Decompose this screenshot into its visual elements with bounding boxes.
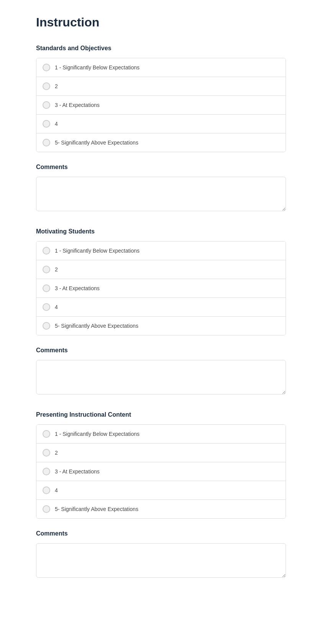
section-presenting-instructional-content: Presenting Instructional Content1 - Sign…: [36, 411, 286, 579]
radio-label-motivating-students-2: 2: [55, 266, 58, 273]
comments-textarea-presenting-instructional-content[interactable]: [36, 543, 286, 578]
radio-label-standards-objectives-1: 1 - Significantly Below Expectations: [55, 64, 140, 71]
comments-section-motivating-students: Comments: [36, 347, 286, 396]
comments-textarea-standards-objectives[interactable]: [36, 177, 286, 211]
section-motivating-students: Motivating Students1 - Significantly Bel…: [36, 228, 286, 396]
comments-section-standards-objectives: Comments: [36, 164, 286, 213]
radio-group-standards-objectives: 1 - Significantly Below Expectations23 -…: [36, 58, 286, 152]
radio-group-presenting-instructional-content: 1 - Significantly Below Expectations23 -…: [36, 424, 286, 519]
radio-option-standards-objectives-2[interactable]: 2: [36, 77, 286, 96]
radio-circle-motivating-students-5: [43, 322, 50, 330]
radio-label-standards-objectives-4: 4: [55, 121, 58, 127]
radio-group-motivating-students: 1 - Significantly Below Expectations23 -…: [36, 241, 286, 335]
section-standards-objectives: Standards and Objectives1 - Significantl…: [36, 45, 286, 213]
radio-circle-presenting-instructional-content-3: [43, 468, 50, 475]
radio-label-presenting-instructional-content-1: 1 - Significantly Below Expectations: [55, 431, 140, 437]
radio-label-motivating-students-3: 3 - At Expectations: [55, 285, 100, 291]
radio-circle-standards-objectives-1: [43, 64, 50, 71]
radio-circle-motivating-students-1: [43, 247, 50, 255]
radio-label-presenting-instructional-content-5: 5- Significantly Above Expectations: [55, 506, 138, 512]
radio-label-motivating-students-1: 1 - Significantly Below Expectations: [55, 248, 140, 254]
radio-option-presenting-instructional-content-1[interactable]: 1 - Significantly Below Expectations: [36, 425, 286, 444]
radio-option-motivating-students-5[interactable]: 5- Significantly Above Expectations: [36, 317, 286, 335]
radio-label-presenting-instructional-content-4: 4: [55, 487, 58, 493]
radio-option-presenting-instructional-content-3[interactable]: 3 - At Expectations: [36, 462, 286, 481]
radio-circle-presenting-instructional-content-4: [43, 486, 50, 494]
radio-option-motivating-students-2[interactable]: 2: [36, 260, 286, 279]
radio-option-presenting-instructional-content-4[interactable]: 4: [36, 481, 286, 500]
radio-option-presenting-instructional-content-2[interactable]: 2: [36, 444, 286, 462]
radio-circle-standards-objectives-4: [43, 120, 50, 128]
radio-label-standards-objectives-5: 5- Significantly Above Expectations: [55, 140, 138, 146]
radio-label-standards-objectives-2: 2: [55, 83, 58, 89]
comments-textarea-motivating-students[interactable]: [36, 360, 286, 394]
radio-option-motivating-students-4[interactable]: 4: [36, 298, 286, 317]
page-title: Instruction: [36, 15, 286, 30]
comments-title-standards-objectives: Comments: [36, 164, 286, 171]
comments-title-presenting-instructional-content: Comments: [36, 530, 286, 537]
radio-label-motivating-students-5: 5- Significantly Above Expectations: [55, 323, 138, 329]
radio-option-standards-objectives-1[interactable]: 1 - Significantly Below Expectations: [36, 58, 286, 77]
radio-option-standards-objectives-4[interactable]: 4: [36, 115, 286, 133]
radio-option-presenting-instructional-content-5[interactable]: 5- Significantly Above Expectations: [36, 500, 286, 518]
radio-option-motivating-students-1[interactable]: 1 - Significantly Below Expectations: [36, 242, 286, 260]
radio-circle-presenting-instructional-content-2: [43, 449, 50, 457]
radio-label-standards-objectives-3: 3 - At Expectations: [55, 102, 100, 108]
radio-label-presenting-instructional-content-2: 2: [55, 450, 58, 456]
section-title-presenting-instructional-content: Presenting Instructional Content: [36, 411, 286, 418]
radio-option-standards-objectives-5[interactable]: 5- Significantly Above Expectations: [36, 133, 286, 152]
radio-circle-presenting-instructional-content-5: [43, 505, 50, 513]
radio-label-motivating-students-4: 4: [55, 304, 58, 310]
radio-circle-motivating-students-2: [43, 266, 50, 273]
radio-option-standards-objectives-3[interactable]: 3 - At Expectations: [36, 96, 286, 115]
radio-circle-standards-objectives-2: [43, 82, 50, 90]
radio-circle-motivating-students-3: [43, 284, 50, 292]
radio-label-presenting-instructional-content-3: 3 - At Expectations: [55, 468, 100, 475]
section-title-standards-objectives: Standards and Objectives: [36, 45, 286, 52]
section-title-motivating-students: Motivating Students: [36, 228, 286, 235]
radio-circle-standards-objectives-5: [43, 139, 50, 146]
comments-section-presenting-instructional-content: Comments: [36, 530, 286, 579]
comments-title-motivating-students: Comments: [36, 347, 286, 354]
radio-circle-motivating-students-4: [43, 303, 50, 311]
radio-option-motivating-students-3[interactable]: 3 - At Expectations: [36, 279, 286, 298]
radio-circle-presenting-instructional-content-1: [43, 430, 50, 438]
radio-circle-standards-objectives-3: [43, 101, 50, 109]
